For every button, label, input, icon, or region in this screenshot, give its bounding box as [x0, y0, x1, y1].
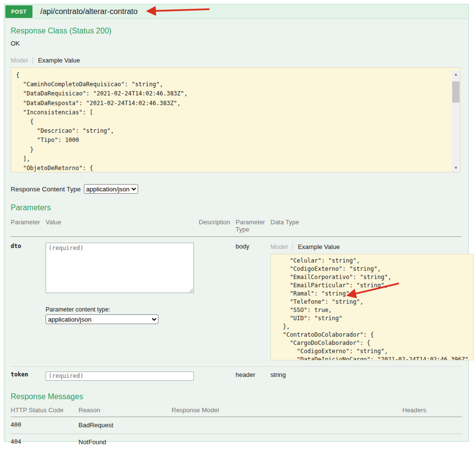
endpoint-path[interactable]: /api/contrato/alterar-contrato [40, 7, 138, 16]
parameters-title: Parameters [11, 203, 462, 212]
col-http-status-code: HTTP Status Code [11, 406, 79, 414]
response-message-row: 400 BadRequest [11, 417, 462, 434]
tab-separator [32, 57, 33, 64]
dto-parameter-type: body [236, 243, 270, 360]
scrollbar-up-icon[interactable]: ▲ [452, 71, 460, 78]
status-code: 400 [11, 421, 79, 429]
headers-value [402, 438, 462, 446]
parameter-name: dto [11, 243, 46, 360]
col-value: Value [46, 218, 199, 233]
reason: BadRequest [79, 421, 172, 429]
scrollbar-down-icon[interactable]: ▼ [452, 164, 460, 172]
parameters-header-row: Parameter Value Description Parameter Ty… [11, 218, 462, 237]
operation-content: Response Class (Status 200) OK Model Exa… [4, 27, 468, 451]
operation-heading[interactable]: POST /api/contrato/alterar-contrato [4, 4, 468, 19]
parameter-row-token: token header string [11, 367, 462, 386]
col-reason: Reason [79, 406, 172, 414]
response-model [172, 421, 402, 429]
reason: NotFound [79, 438, 172, 446]
response-content-type-label: Response Content Type [11, 186, 81, 193]
col-description: Description [199, 218, 236, 233]
dto-schema-tabbar: Model Example Value [270, 243, 467, 251]
tab-model[interactable]: Model [11, 57, 28, 64]
dto-value-textarea[interactable] [46, 243, 194, 293]
response-example-code: { "CaminhoCompletoDaRequisicao": "string… [11, 67, 460, 172]
http-method-badge: POST [5, 5, 32, 18]
token-description [199, 371, 236, 381]
api-operation-panel: POST /api/contrato/alterar-contrato Resp… [4, 4, 469, 442]
response-class-title: Response Class (Status 200) [11, 27, 462, 35]
response-messages-title: Response Messages [11, 392, 462, 401]
token-data-type: string [270, 371, 462, 381]
col-data-type: Data Type [270, 218, 462, 233]
col-headers: Headers [402, 406, 462, 414]
response-message-row: 404 NotFound [11, 434, 462, 451]
parameter-content-type-label: Parameter content type: [46, 306, 199, 313]
response-content-type-select[interactable]: application/json [84, 184, 138, 194]
parameter-row-dto: dto Parameter content type: application/… [11, 237, 462, 367]
response-model [172, 438, 402, 446]
scrollbar-thumb[interactable] [452, 81, 460, 103]
tab-example-value[interactable]: Example Value [38, 57, 79, 64]
scrollbar-vertical[interactable]: ▲ ▼ [452, 71, 460, 172]
response-class-status: OK [11, 40, 462, 47]
tab-model[interactable]: Model [270, 243, 287, 250]
col-parameter: Parameter [11, 218, 46, 233]
response-messages-header-row: HTTP Status Code Reason Response Model H… [11, 406, 462, 417]
response-class-tabbar: Model Example Value [11, 56, 462, 64]
token-parameter-type: header [236, 371, 270, 381]
headers-value [402, 421, 462, 429]
col-parameter-type: Parameter Type [236, 218, 270, 233]
status-code: 404 [11, 438, 79, 446]
tab-separator [292, 243, 293, 251]
parameter-content-type-select[interactable]: application/json [46, 314, 159, 324]
token-value-input[interactable] [46, 372, 194, 381]
col-response-model: Response Model [172, 406, 402, 414]
tab-example-value[interactable]: Example Value [298, 243, 339, 250]
response-example-container: { "CaminhoCompletoDaRequisicao": "string… [11, 67, 462, 172]
parameter-name: token [11, 371, 46, 381]
dto-description [199, 243, 236, 360]
dto-example-code: "Celular": "string", "CodigoExterno": "s… [270, 254, 474, 360]
